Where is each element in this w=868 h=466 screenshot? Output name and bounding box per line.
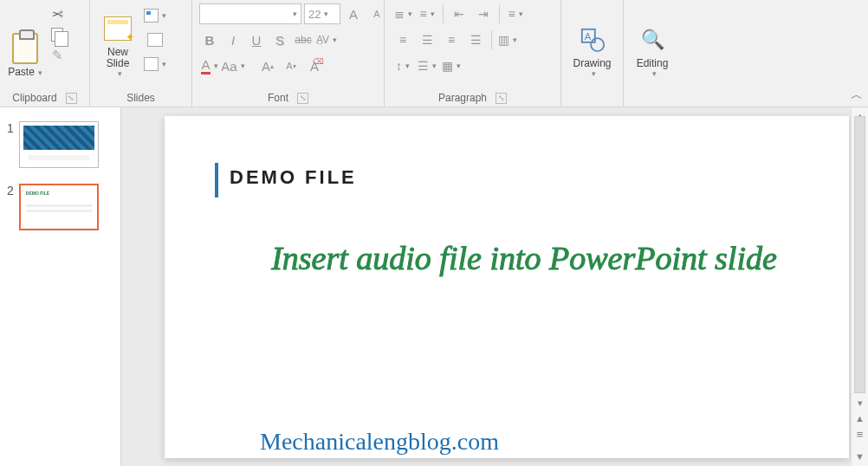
slide-canvas-area: DEMO FILE Insert audio file into PowerPo… <box>121 107 868 466</box>
justify-button[interactable]: ☰ <box>464 29 487 50</box>
group-clipboard: Paste▾ ✂ ✎ Clipboard⤡ <box>0 0 90 107</box>
italic-button[interactable]: I <box>223 29 243 50</box>
scroll-thumb[interactable] <box>854 116 865 393</box>
grow-font2-button[interactable]: A▴ <box>257 55 278 76</box>
smartart-icon: ▦ <box>442 59 453 73</box>
ribbon: Paste▾ ✂ ✎ Clipboard⤡ ✦ New Slide ▾ ▾ ▾ … <box>0 0 868 107</box>
paste-button[interactable]: Paste▾ <box>3 2 47 80</box>
indent-icon: ⇥ <box>478 7 489 21</box>
group-drawing: A Drawing ▾ <box>561 0 624 107</box>
line-spacing-icon: ≡ <box>508 7 515 21</box>
double-down-icon: ▼ <box>855 451 865 462</box>
svg-point-1 <box>591 38 604 51</box>
clear-format-button[interactable]: A⌫ <box>304 55 325 76</box>
slide-body-text[interactable]: Insert audio file into PowerPoint slide <box>251 237 797 280</box>
paragraph-launcher[interactable]: ⤡ <box>496 93 507 104</box>
shrink-font2-button[interactable]: A▾ <box>281 55 301 76</box>
vertical-scrollbar[interactable]: ▴ ▾ ▲ ≡ ▼ <box>851 107 868 466</box>
font-launcher[interactable]: ⤡ <box>297 93 308 104</box>
align-center-button[interactable]: ☰ <box>416 29 438 50</box>
format-painter-button[interactable]: ✎ <box>49 47 66 64</box>
drawing-button[interactable]: A Drawing ▾ <box>571 2 614 80</box>
group-label-clipboard: Clipboard <box>12 92 56 104</box>
watermark-text: Mechanicalengblog.com <box>260 428 499 456</box>
align-right-icon: ≡ <box>448 33 455 47</box>
triangle-down-icon: ▾ <box>858 398 863 409</box>
slide-nav-button[interactable]: ≡ <box>852 426 868 442</box>
prev-slide-button[interactable]: ▲ <box>852 411 868 426</box>
group-label-slides: Slides <box>126 92 155 104</box>
slide-thumbnail-panel: 1 2 DEMO FILE <box>0 107 121 466</box>
copy-icon <box>51 28 63 42</box>
outdent-icon: ⇤ <box>454 7 464 21</box>
workspace: 1 2 DEMO FILE DEMO FILE Insert audio fil… <box>0 107 868 466</box>
scroll-down-button[interactable]: ▾ <box>852 395 868 411</box>
svg-text:A: A <box>584 31 591 42</box>
strikethrough-button[interactable]: abc <box>293 29 314 50</box>
double-up-icon: ▲ <box>855 413 865 424</box>
change-case-button[interactable]: Aa▾ <box>223 55 243 76</box>
text-direction-icon: ↕ <box>396 59 402 73</box>
slide-title-text[interactable]: DEMO FILE <box>230 166 357 189</box>
copy-button[interactable] <box>49 26 66 43</box>
increase-font-button[interactable]: A <box>343 3 364 24</box>
clipboard-icon <box>12 33 38 64</box>
justify-icon: ☰ <box>470 33 482 47</box>
numbering-button[interactable]: ≡▾ <box>416 3 438 24</box>
align-center-icon: ☰ <box>422 33 433 47</box>
font-color-button[interactable]: A▾ <box>199 55 220 76</box>
thumbnail-slide-1[interactable]: 1 <box>7 121 113 168</box>
title-accent-bar <box>215 163 218 197</box>
search-icon: 🔍 <box>641 29 664 51</box>
group-paragraph: ≣▾ ≡▾ ⇤ ⇥ ≡▾ ≡ ☰ ≡ ☰ ▥▾ ↕▾ ☰▾ ▦▾ <box>385 0 561 107</box>
next-slide-button[interactable]: ▼ <box>852 449 868 464</box>
char-spacing-button[interactable]: AV↔▾ <box>316 29 337 50</box>
align-text-icon: ☰ <box>418 59 429 73</box>
collapse-ribbon-button[interactable]: ︿ <box>851 87 863 103</box>
group-font: ▾ 22▾ A A B I U S abc AV↔▾ A▾ Aa▾ A▴ A▾ … <box>192 0 385 107</box>
columns-button[interactable]: ▥▾ <box>496 29 519 50</box>
thumbnail-preview-2: DEMO FILE <box>19 184 99 230</box>
slide-canvas[interactable]: DEMO FILE Insert audio file into PowerPo… <box>165 116 849 458</box>
brush-icon: ✎ <box>52 48 63 63</box>
group-slides: ✦ New Slide ▾ ▾ ▾ Slides <box>90 0 192 107</box>
shapes-icon: A <box>580 27 606 53</box>
shadow-button[interactable]: S <box>269 29 290 50</box>
thumbnail-slide-2[interactable]: 2 DEMO FILE <box>7 184 113 230</box>
reset-icon <box>147 33 163 47</box>
layout-button[interactable]: ▾ <box>144 7 166 24</box>
section-button[interactable]: ▾ <box>144 55 166 73</box>
section-icon <box>144 57 159 71</box>
align-left-button[interactable]: ≡ <box>392 29 414 50</box>
new-slide-icon: ✦ <box>104 16 132 41</box>
thumbnail-preview-1 <box>19 121 99 168</box>
smartart-button[interactable]: ▦▾ <box>440 55 463 76</box>
font-family-combo[interactable]: ▾ <box>199 3 301 24</box>
underline-button[interactable]: U <box>246 29 267 50</box>
cut-button[interactable]: ✂ <box>49 5 66 23</box>
numbering-icon: ≡ <box>419 7 426 21</box>
group-label-font: Font <box>268 92 288 104</box>
clipboard-launcher[interactable]: ⤡ <box>66 93 77 104</box>
scissors-icon: ✂ <box>52 6 63 23</box>
align-right-button[interactable]: ≡ <box>440 29 463 50</box>
increase-indent-button[interactable]: ⇥ <box>472 3 495 24</box>
group-editing: 🔍 Editing ▾ <box>624 0 681 107</box>
decrease-indent-button[interactable]: ⇤ <box>448 3 470 24</box>
reset-button[interactable] <box>144 31 166 49</box>
bold-button[interactable]: B <box>199 29 220 50</box>
align-text-button[interactable]: ☰▾ <box>416 55 438 76</box>
line-spacing-button[interactable]: ≡▾ <box>504 3 527 24</box>
align-left-icon: ≡ <box>399 33 406 47</box>
layout-icon <box>144 9 159 23</box>
font-size-combo[interactable]: 22▾ <box>304 3 340 24</box>
columns-icon: ▥ <box>498 33 509 47</box>
editing-button[interactable]: 🔍 Editing ▾ <box>631 2 674 80</box>
group-label-paragraph: Paragraph <box>438 92 487 104</box>
bar-icon: ≡ <box>857 428 864 441</box>
text-direction-button[interactable]: ↕▾ <box>392 55 414 76</box>
new-slide-button[interactable]: ✦ New Slide ▾ <box>94 2 142 80</box>
chevron-up-icon: ︿ <box>851 87 863 101</box>
bullets-icon: ≣ <box>394 7 405 21</box>
bullets-button[interactable]: ≣▾ <box>392 3 414 24</box>
